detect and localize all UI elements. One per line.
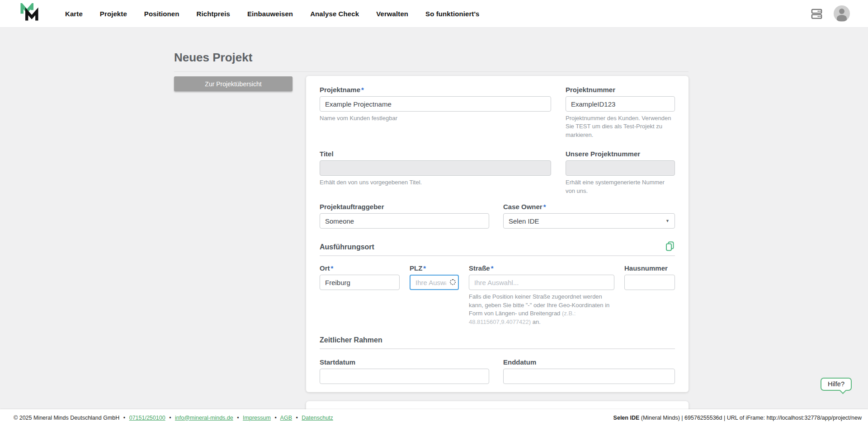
field-ort: Ort* bbox=[320, 264, 400, 326]
logo-icon bbox=[20, 3, 39, 24]
row-auftraggeber-caseowner: Projektauftraggeber Case Owner* Selen ID… bbox=[320, 203, 675, 229]
nav-item-einbauweisen[interactable]: Einbauweisen bbox=[247, 10, 293, 18]
footer-link-datenschutz[interactable]: Datenschutz bbox=[302, 415, 333, 421]
case-owner-label: Case Owner* bbox=[503, 203, 675, 211]
strasse-label: Straße* bbox=[469, 264, 614, 272]
hausnummer-input[interactable] bbox=[624, 275, 675, 290]
copy-icon bbox=[665, 246, 675, 253]
strasse-input[interactable] bbox=[469, 275, 614, 290]
row-projektname-projektnummer: Projektname* Name vom Kunden festlegbar … bbox=[320, 86, 675, 139]
row-address: Ort* PLZ* Straße* Falls die Position kei… bbox=[320, 264, 675, 326]
required-asterisk: * bbox=[543, 203, 546, 211]
strasse-helper-suffix: an. bbox=[531, 318, 541, 325]
new-project-form-card: Projektname* Name vom Kunden festlegbar … bbox=[306, 76, 689, 392]
projektnummer-label: Projektnummer bbox=[566, 86, 675, 94]
footer-link-impressum[interactable]: Impressum bbox=[243, 415, 271, 421]
nav-item-analyse-check[interactable]: Analyse Check bbox=[310, 10, 359, 18]
field-titel: Titel Erhält den von uns vorgegebenen Ti… bbox=[320, 150, 551, 195]
field-strasse: Straße* Falls die Position keiner Straße… bbox=[469, 264, 614, 326]
nav-item-richtpreis[interactable]: Richtpreis bbox=[197, 10, 230, 18]
footer-separator: • bbox=[237, 415, 239, 421]
startdatum-input[interactable] bbox=[320, 369, 489, 384]
strasse-label-text: Straße bbox=[469, 264, 490, 272]
case-owner-selected-value: Selen IDE bbox=[509, 217, 539, 225]
projektname-label-text: Projektname bbox=[320, 86, 360, 94]
plz-label-text: PLZ bbox=[410, 264, 422, 272]
field-hausnummer: Hausnummer bbox=[624, 264, 675, 326]
required-asterisk: * bbox=[491, 264, 494, 272]
app-viewport: Karte Projekte Positionen Richtpreis Ein… bbox=[0, 0, 868, 426]
row-titel-unsere-projektnummer: Titel Erhält den von uns vorgegebenen Ti… bbox=[320, 150, 675, 195]
footer-separator: • bbox=[169, 415, 171, 421]
footer-right: Selen IDE (Mineral Minds) | 69576255536d… bbox=[613, 415, 862, 421]
footer-bar: © 2025 Mineral Minds Deutschland GmbH • … bbox=[0, 409, 868, 426]
title-divider bbox=[174, 71, 689, 72]
chevron-down-icon: ▼ bbox=[665, 219, 670, 223]
footer-link-email[interactable]: info@mineral-minds.de bbox=[175, 415, 233, 421]
projektnummer-helper: Projektnummer des Kunden. Verwenden Sie … bbox=[566, 114, 675, 139]
nav-item-positionen[interactable]: Positionen bbox=[144, 10, 179, 18]
main-nav: Karte Projekte Positionen Richtpreis Ein… bbox=[65, 10, 480, 18]
projektname-helper: Name vom Kunden festlegbar bbox=[320, 114, 551, 122]
mineral-minds-logo[interactable] bbox=[20, 3, 39, 24]
footer-session-user: Selen IDE bbox=[613, 415, 640, 421]
field-startdatum: Startdatum bbox=[320, 358, 489, 384]
projektname-label: Projektname* bbox=[320, 86, 551, 94]
page-title: Neues Projekt bbox=[174, 51, 252, 65]
projektnummer-input[interactable] bbox=[566, 96, 675, 112]
projektauftraggeber-input[interactable] bbox=[320, 213, 489, 229]
header-right-controls bbox=[811, 5, 850, 22]
required-asterisk: * bbox=[361, 86, 364, 94]
nav-item-karte[interactable]: Karte bbox=[65, 10, 83, 18]
field-unsere-projektnummer: Unsere Projektnummer Erhält eine systemg… bbox=[566, 150, 675, 195]
footer-left: © 2025 Mineral Minds Deutschland GmbH • … bbox=[14, 415, 333, 421]
field-projektname: Projektname* Name vom Kunden festlegbar bbox=[320, 86, 551, 139]
footer-separator: • bbox=[123, 415, 125, 421]
speech-bubble-tail bbox=[840, 387, 847, 394]
strasse-helper: Falls die Position keiner Straße zugeord… bbox=[469, 293, 614, 326]
enddatum-input[interactable] bbox=[503, 369, 675, 384]
ort-label-text: Ort bbox=[320, 264, 330, 272]
plz-input-wrapper bbox=[410, 275, 459, 290]
required-asterisk: * bbox=[331, 264, 334, 272]
server-icon[interactable] bbox=[811, 8, 823, 20]
copyright-text: © 2025 Mineral Minds Deutschland GmbH bbox=[14, 415, 119, 421]
startdatum-label: Startdatum bbox=[320, 358, 489, 366]
ausfuehrungsort-title: Ausführungsort bbox=[320, 243, 374, 251]
ort-label: Ort* bbox=[320, 264, 400, 272]
field-projektauftraggeber: Projektauftraggeber bbox=[320, 203, 489, 229]
enddatum-label: Enddatum bbox=[503, 358, 675, 366]
footer-link-agb[interactable]: AGB bbox=[280, 415, 292, 421]
case-owner-select[interactable]: Selen IDE ▼ bbox=[503, 213, 675, 229]
titel-label: Titel bbox=[320, 150, 551, 158]
avatar-body-shape bbox=[837, 15, 847, 21]
hausnummer-label: Hausnummer bbox=[624, 264, 675, 272]
nav-item-projekte[interactable]: Projekte bbox=[100, 10, 127, 18]
top-navigation-bar: Karte Projekte Positionen Richtpreis Ein… bbox=[0, 0, 868, 28]
ort-input[interactable] bbox=[320, 275, 400, 290]
unsere-projektnummer-label: Unsere Projektnummer bbox=[566, 150, 675, 158]
field-case-owner: Case Owner* Selen IDE ▼ bbox=[503, 203, 675, 229]
unsere-projektnummer-input bbox=[566, 160, 675, 176]
zur-projektuebersicht-button[interactable]: Zur Projektübersicht bbox=[174, 76, 292, 91]
footer-separator: • bbox=[296, 415, 297, 421]
field-plz: PLZ* bbox=[410, 264, 459, 326]
footer-separator: • bbox=[274, 415, 276, 421]
nav-item-verwalten[interactable]: Verwalten bbox=[376, 10, 408, 18]
avatar-head-shape bbox=[839, 9, 844, 14]
user-avatar[interactable] bbox=[834, 5, 850, 22]
projektname-input[interactable] bbox=[320, 96, 551, 112]
footer-link-phone[interactable]: 07151/250100 bbox=[129, 415, 165, 421]
section-ausfuehrungsort: Ausführungsort bbox=[320, 243, 675, 256]
zeitlicher-rahmen-title: Zeitlicher Rahmen bbox=[320, 336, 382, 344]
field-enddatum: Enddatum bbox=[503, 358, 675, 384]
hilfe-button[interactable]: Hilfe? bbox=[821, 378, 852, 391]
unsere-projektnummer-helper: Erhält eine systemgenerierte Nummer von … bbox=[566, 178, 675, 195]
footer-session-info: (Mineral Minds) | 69576255536d | URL of … bbox=[639, 415, 862, 421]
projektauftraggeber-label: Projektauftraggeber bbox=[320, 203, 489, 211]
titel-helper: Erhält den von uns vorgegebenen Titel. bbox=[320, 178, 551, 187]
hilfe-button-label: Hilfe? bbox=[828, 380, 844, 388]
copy-address-button[interactable] bbox=[665, 241, 675, 251]
required-asterisk: * bbox=[423, 264, 426, 272]
nav-item-so-funktionierts[interactable]: So funktioniert's bbox=[425, 10, 479, 18]
